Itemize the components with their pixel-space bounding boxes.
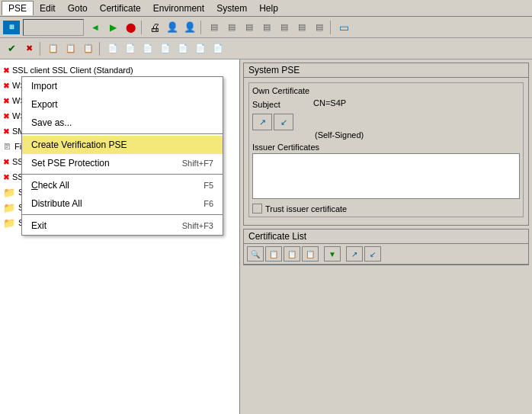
issuer-certs-label: Issuer Certificates xyxy=(252,140,520,153)
menu-environment[interactable]: Environment xyxy=(147,2,210,15)
x-icon: ✖ xyxy=(3,158,9,166)
menu-item-save-as[interactable]: Save as... xyxy=(22,114,223,132)
toolbar2-icon3[interactable]: 📋 xyxy=(45,40,62,57)
menu-system[interactable]: System xyxy=(210,2,253,15)
toolbar-row2: ✔ ✖ 📋 📋 📋 📄 📄 📄 📄 📄 📄 📄 xyxy=(0,38,532,59)
icon3[interactable]: ▤ xyxy=(241,19,258,36)
cert-list-btn2[interactable]: 📋 xyxy=(265,246,282,262)
folder-icon: 📁 xyxy=(3,187,15,198)
menu-item-export[interactable]: Export xyxy=(22,95,223,114)
issuer-certs-box xyxy=(252,153,520,199)
x-icon: ✖ xyxy=(3,173,9,181)
x-icon: ✖ xyxy=(3,66,9,75)
nav-back-btn[interactable]: ◄ xyxy=(87,19,104,36)
trust-label: Trust issuer certificate xyxy=(265,204,347,213)
cert-export-btn[interactable]: ↗ xyxy=(252,114,272,130)
cert-list-toolbar: 🔍 📋 📋 📋 ▼ ↗ ↙ xyxy=(244,244,528,265)
menu-item-check-all[interactable]: Check All F5 xyxy=(22,176,223,194)
check-all-label-rest: heck All xyxy=(38,180,69,191)
folder-icon: 📁 xyxy=(3,217,15,229)
x-icon: ✖ xyxy=(3,127,9,136)
menu-edit[interactable]: Edit xyxy=(34,2,62,15)
toolbar2-icon12[interactable]: 📄 xyxy=(210,40,226,57)
trust-row: Trust issuer certificate xyxy=(252,204,520,213)
toolbar2-icon5[interactable]: 📋 xyxy=(80,40,97,57)
sidebar-item-ssl-client[interactable]: ✖ SSL client SSL Client (Standard) xyxy=(0,63,239,78)
menu-separator-1 xyxy=(22,133,223,134)
toolbar2-icon7[interactable]: 📄 xyxy=(122,40,139,57)
menu-item-exit[interactable]: Exit Shift+F3 xyxy=(22,217,223,235)
sidebar-item-label: SSL client SSL Client (Standard) xyxy=(12,66,133,75)
icon4[interactable]: ▤ xyxy=(258,19,275,36)
cert-list-btn5[interactable]: ▼ xyxy=(324,246,341,262)
toolbar2-icon10[interactable]: 📄 xyxy=(175,40,191,57)
toolbar2-icon9[interactable]: 📄 xyxy=(157,40,174,57)
file-icon: 🖹 xyxy=(3,142,11,151)
system-pse-section: System PSE Own Certificate Subject CN=S4… xyxy=(243,63,529,226)
cert-list-section: Certificate List 🔍 📋 📋 📋 ▼ ↗ ↙ xyxy=(243,229,529,265)
menu-bar: PSE Edit Goto Certificate Environment Sy… xyxy=(0,0,532,17)
menu-item-import[interactable]: Import xyxy=(22,77,223,95)
x-icon: ✖ xyxy=(3,97,9,105)
print-btn[interactable]: 🖨 xyxy=(146,19,163,36)
icon5[interactable]: ▤ xyxy=(276,19,293,36)
toolbar2-icon1[interactable]: ✔ xyxy=(3,40,20,57)
menu-pse[interactable]: PSE xyxy=(2,1,34,15)
system-pse-content: Own Certificate Subject CN=S4P ↗ ↙ (Self… xyxy=(244,78,528,225)
toolbar2-icon6[interactable]: 📄 xyxy=(104,40,121,57)
subject-label: Subject xyxy=(252,98,313,109)
find-btn[interactable]: 👤 xyxy=(164,19,181,36)
menu-separator-3 xyxy=(22,214,223,215)
menu-certificate[interactable]: Certificate xyxy=(94,2,147,15)
self-signed-label: (Self-Signed) xyxy=(315,130,520,140)
nav-forward-btn[interactable]: ▶ xyxy=(104,19,121,36)
toolbar2-icon2[interactable]: ✖ xyxy=(21,40,37,57)
menu-item-create-verification-pse[interactable]: Create Verification PSE xyxy=(22,136,223,154)
cert-list-title: Certificate List xyxy=(244,229,528,244)
right-panel: System PSE Own Certificate Subject CN=S4… xyxy=(240,59,532,414)
pse-dropdown-menu: Import Export Save as... Create Verifica… xyxy=(21,76,223,236)
menu-separator-2 xyxy=(22,174,223,175)
cert-list-btn7[interactable]: ↙ xyxy=(364,246,381,262)
menu-item-set-pse-protection[interactable]: Set PSE Protection Shift+F7 xyxy=(22,154,223,172)
cert-list-btn4[interactable]: 📋 xyxy=(302,246,319,262)
toolbar2-icon4[interactable]: 📋 xyxy=(62,40,79,57)
cert-buttons: ↗ ↙ xyxy=(252,114,520,130)
menu-goto[interactable]: Goto xyxy=(62,2,94,15)
menu-help[interactable]: Help xyxy=(253,2,284,15)
subject-value: CN=S4P xyxy=(313,98,346,108)
sap-logo: ⊞ xyxy=(3,21,20,34)
breadcrumb-field[interactable] xyxy=(23,19,84,36)
icon7[interactable]: ▤ xyxy=(311,19,328,36)
icon1[interactable]: ▤ xyxy=(206,19,223,36)
icon2[interactable]: ▤ xyxy=(223,19,240,36)
main-area: ✖ SSL client SSL Client (Standard) ✖ WS … xyxy=(0,59,532,414)
menu-item-distribute-all[interactable]: Distribute All F6 xyxy=(22,194,223,213)
toolbar2-icon11[interactable]: 📄 xyxy=(192,40,209,57)
subject-row: Subject CN=S4P xyxy=(252,98,520,109)
system-pse-title: System PSE xyxy=(244,63,528,78)
icon6[interactable]: ▤ xyxy=(293,19,310,36)
stop-btn[interactable]: ⬤ xyxy=(122,19,139,36)
folder-icon: 📁 xyxy=(3,202,15,213)
own-cert-title: Own Certificate xyxy=(252,86,520,95)
cert-list-btn6[interactable]: ↗ xyxy=(346,246,363,262)
cert-import-btn[interactable]: ↙ xyxy=(274,114,293,130)
trust-checkbox[interactable] xyxy=(252,204,262,213)
icon8[interactable]: ▭ xyxy=(335,19,352,36)
cert-list-btn1[interactable]: 🔍 xyxy=(247,246,264,262)
settings-btn[interactable]: 👤 xyxy=(181,19,198,36)
toolbar2-icon8[interactable]: 📄 xyxy=(139,40,156,57)
sap-toolbar-row1: ⊞ ◄ ▶ ⬤ 🖨 👤 👤 ▤ ▤ ▤ ▤ ▤ ▤ ▤ ▭ xyxy=(0,17,532,38)
cert-list-btn3[interactable]: 📋 xyxy=(284,246,300,262)
toolbar-icons-group: ◄ ▶ ⬤ 🖨 👤 👤 ▤ ▤ ▤ ▤ ▤ ▤ ▤ ▭ xyxy=(23,19,352,36)
x-icon: ✖ xyxy=(3,82,9,90)
x-icon: ✖ xyxy=(3,112,9,120)
